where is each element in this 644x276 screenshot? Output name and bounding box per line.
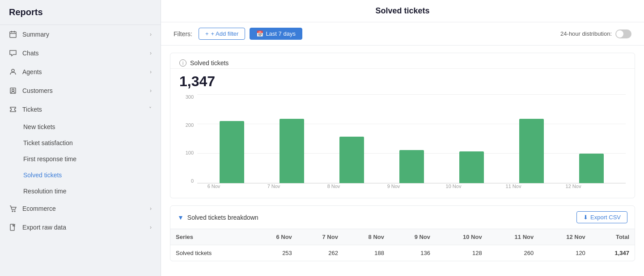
table-header-cell: Total (591, 229, 635, 245)
x-label: 9 Nov (364, 184, 424, 189)
sidebar-sub-first-response-time[interactable]: First response time (0, 151, 161, 167)
table-cell-value: 136 (390, 245, 436, 261)
bar[interactable] (399, 150, 424, 183)
sidebar-item-ecommerce[interactable]: Ecommerce › (0, 199, 161, 218)
main-content: Solved tickets Filters: + + Add filter 📅… (161, 0, 644, 276)
customers-icon (9, 87, 17, 95)
svg-point-7 (12, 211, 13, 212)
info-icon: i (179, 59, 186, 67)
download-icon: ⬇ (583, 214, 588, 221)
y-label-100: 100 (186, 150, 194, 155)
x-label: 10 Nov (424, 184, 483, 189)
chevron-right-icon: › (150, 88, 152, 94)
table-header-cell: 11 Nov (487, 229, 539, 245)
date-filter-button[interactable]: 📅 Last 7 days (250, 28, 302, 40)
sidebar-title: Reports (0, 0, 161, 25)
bar[interactable] (459, 151, 484, 183)
chart-grid: 300 200 100 0 (179, 94, 626, 184)
table-cell-value: 253 (251, 245, 297, 261)
bar[interactable] (519, 119, 544, 183)
x-label: 6 Nov (184, 184, 244, 189)
bar[interactable] (339, 137, 364, 183)
table-header-cell: 8 Nov (343, 229, 390, 245)
sidebar: Reports Summary › Chats › Agents › (0, 0, 161, 276)
sidebar-item-customers[interactable]: Customers › (0, 81, 161, 100)
content-area: i Solved tickets 1,347 300 200 100 0 (161, 46, 644, 276)
table-header-cell: 9 Nov (390, 229, 436, 245)
sidebar-item-ecommerce-label: Ecommerce (22, 205, 56, 212)
svg-rect-0 (10, 32, 16, 38)
chevron-right-icon: › (150, 205, 152, 212)
tickets-submenu: New tickets Ticket satisfaction First re… (0, 119, 161, 199)
sidebar-sub-new-tickets[interactable]: New tickets (0, 119, 161, 135)
sidebar-sub-ticket-satisfaction[interactable]: Ticket satisfaction (0, 135, 161, 151)
breakdown-section: ▼ Solved tickets breakdown ⬇ Export CSV … (170, 205, 635, 261)
x-label: 11 Nov (483, 184, 543, 189)
sidebar-item-tickets[interactable]: Tickets ˅ (0, 100, 161, 119)
bar-group (216, 121, 247, 183)
table-header-cell: 7 Nov (297, 229, 343, 245)
bar[interactable] (220, 121, 244, 183)
x-label: 8 Nov (304, 184, 364, 189)
calendar-icon (9, 30, 17, 38)
distribution-toggle[interactable] (615, 29, 631, 38)
sidebar-item-summary-label: Summary (22, 31, 49, 38)
distribution-label: 24-hour distribution: (560, 30, 612, 37)
table-cell-value: 188 (343, 245, 390, 261)
table-header-cell: Series (170, 229, 251, 245)
sidebar-item-tickets-label: Tickets (22, 106, 42, 113)
sidebar-item-agents-label: Agents (22, 68, 42, 75)
svg-point-8 (14, 211, 15, 212)
filters-label: Filters: (174, 30, 192, 38)
bar[interactable] (579, 154, 604, 183)
x-label: 12 Nov (543, 184, 603, 189)
toggle-knob (616, 30, 623, 38)
table-cell-value: 120 (539, 245, 591, 261)
sidebar-sub-solved-tickets[interactable]: Solved tickets (0, 167, 161, 183)
bar-chart: 300 200 100 0 (179, 94, 626, 189)
sidebar-sub-resolution-time[interactable]: Resolution time (0, 183, 161, 199)
y-label-300: 300 (186, 94, 194, 100)
export-csv-button[interactable]: ⬇ Export CSV (576, 211, 627, 223)
table-cell-value: 262 (297, 245, 343, 261)
bar-group (456, 151, 487, 183)
bar[interactable] (280, 119, 304, 183)
sidebar-item-customers-label: Customers (22, 87, 53, 94)
sidebar-item-export-label: Export raw data (22, 224, 66, 231)
sidebar-item-export-raw[interactable]: Export raw data › (0, 218, 161, 237)
chat-icon (9, 49, 17, 57)
plus-icon: + (205, 30, 209, 37)
svg-point-6 (12, 89, 14, 92)
x-axis: 6 Nov7 Nov8 Nov9 Nov10 Nov11 Nov12 Nov (179, 184, 626, 189)
table-row: Solved tickets2532621881361282601201,347 (170, 245, 635, 261)
ecommerce-icon (9, 205, 17, 213)
bar-group (276, 119, 307, 183)
distribution-toggle-area: 24-hour distribution: (560, 29, 631, 38)
bars-area (197, 94, 626, 184)
breakdown-title: Solved tickets breakdown (187, 214, 258, 221)
add-filter-button[interactable]: + + Add filter (199, 28, 245, 40)
bar-group (516, 119, 547, 183)
chart-title: Solved tickets (190, 59, 229, 67)
table-header-row: Series6 Nov7 Nov8 Nov9 Nov10 Nov11 Nov12… (170, 229, 635, 245)
calendar-icon: 📅 (256, 30, 263, 37)
breakdown-table: Series6 Nov7 Nov8 Nov9 Nov10 Nov11 Nov12… (170, 229, 635, 261)
chevron-right-icon: › (150, 31, 152, 38)
filters-bar: Filters: + + Add filter 📅 Last 7 days 24… (161, 22, 644, 46)
chevron-right-icon: › (150, 224, 152, 230)
svg-point-4 (12, 69, 14, 72)
breakdown-collapse-toggle[interactable]: ▼ Solved tickets breakdown (178, 214, 258, 221)
sidebar-item-agents[interactable]: Agents › (0, 63, 161, 81)
export-icon (9, 223, 17, 231)
y-label-200: 200 (186, 122, 194, 128)
sidebar-item-chats[interactable]: Chats › (0, 44, 161, 63)
chevron-down-icon: ˅ (149, 106, 152, 113)
sidebar-item-chats-label: Chats (22, 50, 39, 57)
bars-container (197, 94, 626, 183)
y-axis: 300 200 100 0 (179, 94, 197, 184)
chevron-down-icon: ▼ (178, 214, 184, 221)
bar-group (576, 154, 607, 183)
table-header-cell: 10 Nov (436, 229, 487, 245)
breakdown-header: ▼ Solved tickets breakdown ⬇ Export CSV (170, 206, 635, 229)
sidebar-item-summary[interactable]: Summary › (0, 25, 161, 44)
